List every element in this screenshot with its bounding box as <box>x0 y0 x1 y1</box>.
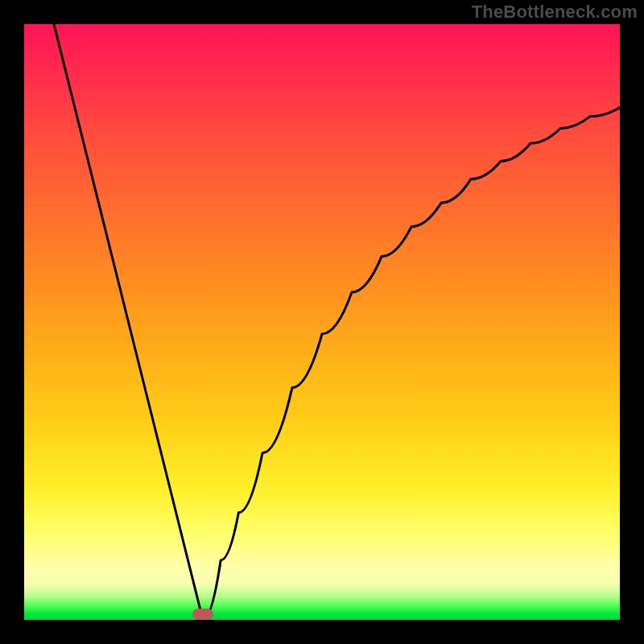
plot-area <box>24 24 620 620</box>
chart-frame: TheBottleneck.com <box>0 0 644 644</box>
watermark-text: TheBottleneck.com <box>472 2 638 23</box>
bottleneck-curve <box>24 24 620 620</box>
optimal-marker <box>192 609 213 620</box>
curve-path <box>54 24 620 620</box>
